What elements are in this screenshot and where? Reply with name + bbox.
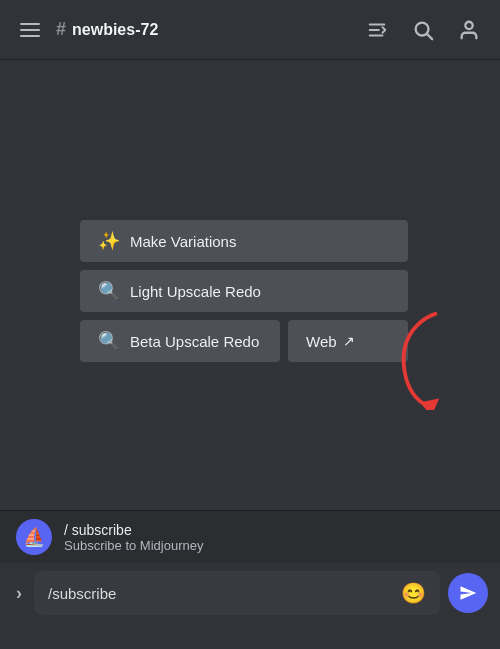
make-variations-button[interactable]: ✨ Make Variations — [80, 220, 408, 262]
chevron-right-icon: › — [16, 583, 22, 604]
emoji-button[interactable]: 😊 — [401, 581, 426, 605]
beta-upscale-redo-button[interactable]: 🔍 Beta Upscale Redo — [80, 320, 280, 362]
light-upscale-redo-icon: 🔍 — [98, 280, 120, 302]
header-left: # newbies-72 — [16, 19, 158, 41]
beta-upscale-redo-label: Beta Upscale Redo — [130, 333, 259, 350]
threads-button[interactable] — [362, 15, 392, 45]
header-right — [362, 15, 484, 45]
make-variations-label: Make Variations — [130, 233, 236, 250]
autocomplete-bar[interactable]: ⛵ / subscribe Subscribe to Midjourney — [0, 510, 500, 563]
send-icon — [459, 584, 477, 602]
svg-point-5 — [465, 21, 472, 28]
channel-title: # newbies-72 — [56, 19, 158, 40]
hamburger-icon — [20, 23, 40, 37]
expand-button[interactable]: › — [12, 579, 26, 608]
web-label: Web — [306, 333, 337, 350]
message-input[interactable] — [48, 585, 393, 602]
header: # newbies-72 — [0, 0, 500, 60]
beta-upscale-redo-icon: 🔍 — [98, 330, 120, 352]
search-icon — [412, 19, 434, 41]
send-button[interactable] — [448, 573, 488, 613]
profile-button[interactable] — [454, 15, 484, 45]
channel-name-text: newbies-72 — [72, 21, 158, 39]
channel-hash-icon: # — [56, 19, 66, 40]
autocomplete-content: / subscribe Subscribe to Midjourney — [64, 522, 203, 553]
input-wrapper: 😊 — [34, 571, 440, 615]
light-upscale-redo-button[interactable]: 🔍 Light Upscale Redo — [80, 270, 408, 312]
input-area: › 😊 — [0, 563, 500, 627]
search-button[interactable] — [408, 15, 438, 45]
chat-area: ✨ Make Variations 🔍 Light Upscale Redo 🔍… — [0, 60, 500, 510]
svg-line-4 — [427, 34, 432, 39]
beta-row: 🔍 Beta Upscale Redo Web ↗ — [80, 320, 408, 362]
person-icon — [458, 19, 480, 41]
hamburger-button[interactable] — [16, 19, 44, 41]
autocomplete-app-icon: ⛵ — [16, 519, 52, 555]
svg-marker-6 — [420, 398, 439, 410]
threads-icon — [366, 19, 388, 41]
web-external-icon: ↗ — [343, 333, 355, 349]
autocomplete-emoji: ⛵ — [23, 526, 45, 548]
emoji-icon: 😊 — [401, 582, 426, 604]
action-buttons-container: ✨ Make Variations 🔍 Light Upscale Redo 🔍… — [80, 220, 408, 362]
web-button[interactable]: Web ↗ — [288, 320, 408, 362]
autocomplete-command-text: / subscribe — [64, 522, 203, 538]
autocomplete-description-text: Subscribe to Midjourney — [64, 538, 203, 553]
light-upscale-redo-label: Light Upscale Redo — [130, 283, 261, 300]
make-variations-icon: ✨ — [98, 230, 120, 252]
